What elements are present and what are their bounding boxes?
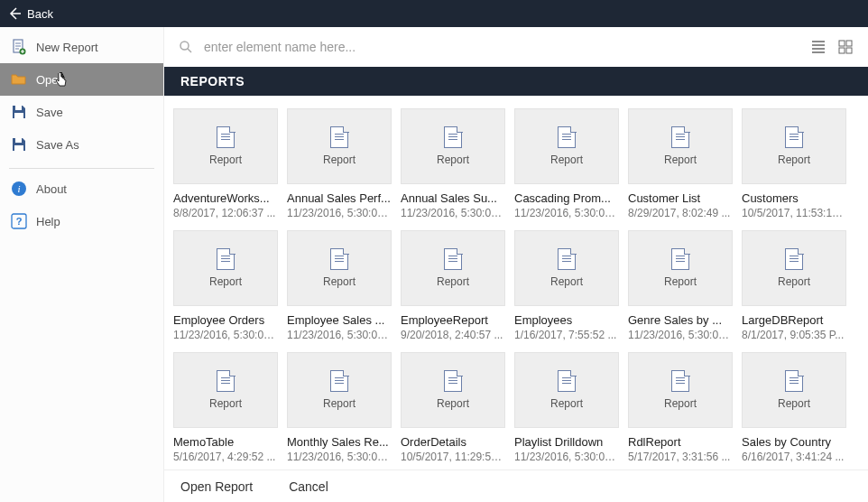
open-report-button[interactable]: Open Report xyxy=(180,479,253,494)
report-thumbnail[interactable]: Report xyxy=(628,230,733,306)
sidebar-item-help[interactable]: ? Help xyxy=(0,205,163,237)
svg-rect-12 xyxy=(846,41,852,46)
report-card[interactable]: Report Monthly Sales Re... 11/23/2016, 5… xyxy=(287,352,392,463)
sidebar-item-label: Save As xyxy=(36,138,79,152)
report-thumbnail[interactable]: Report xyxy=(742,352,846,428)
search-icon xyxy=(179,40,193,54)
report-card[interactable]: Report Customer List 8/29/2017, 8:02:49 … xyxy=(628,108,733,219)
report-type-label: Report xyxy=(209,397,242,410)
search-bar xyxy=(164,27,868,67)
document-icon-lines xyxy=(221,256,230,263)
report-date: 11/23/2016, 5:30:00... xyxy=(514,207,619,219)
back-button[interactable]: Back xyxy=(27,7,53,21)
report-name: Employee Sales ... xyxy=(287,313,392,327)
reports-grid: Report AdventureWorks... 8/8/2017, 12:06… xyxy=(173,108,868,463)
back-arrow-icon[interactable] xyxy=(7,6,22,21)
report-type-label: Report xyxy=(209,275,242,288)
report-thumbnail[interactable]: Report xyxy=(401,352,505,428)
report-thumbnail[interactable]: Report xyxy=(401,108,505,184)
search-input[interactable] xyxy=(204,40,810,54)
report-date: 11/23/2016, 5:30:00... xyxy=(287,451,392,463)
report-date: 5/16/2017, 4:29:52 ... xyxy=(173,451,278,463)
report-type-label: Report xyxy=(664,153,697,166)
report-date: 5/17/2017, 3:31:56 ... xyxy=(628,451,733,463)
sidebar-item-save[interactable]: Save xyxy=(0,96,163,128)
folder-open-icon xyxy=(11,71,27,88)
report-card[interactable]: Report Playlist Drilldown 11/23/2016, 5:… xyxy=(514,352,619,463)
report-thumbnail[interactable]: Report xyxy=(173,230,278,306)
report-thumbnail[interactable]: Report xyxy=(287,230,392,306)
report-thumbnail[interactable]: Report xyxy=(628,352,733,428)
report-name: Customer List xyxy=(628,191,733,205)
report-card[interactable]: Report RdlReport 5/17/2017, 3:31:56 ... xyxy=(628,352,733,463)
grid-view-toggle[interactable] xyxy=(837,39,854,55)
report-type-label: Report xyxy=(437,397,469,410)
report-name: Employees xyxy=(514,313,619,327)
report-card[interactable]: Report Sales by Country 6/16/2017, 3:41:… xyxy=(742,352,846,463)
svg-rect-2 xyxy=(15,106,22,110)
report-type-label: Report xyxy=(550,275,583,288)
document-icon-lines xyxy=(448,256,457,263)
svg-point-10 xyxy=(180,42,189,50)
report-card[interactable]: Report Employee Orders 11/23/2016, 5:30:… xyxy=(173,230,278,341)
cancel-button[interactable]: Cancel xyxy=(289,479,328,494)
document-icon-lines xyxy=(790,256,799,263)
sidebar-item-new-report[interactable]: New Report xyxy=(0,31,163,63)
document-icon-lines xyxy=(676,256,685,263)
report-thumbnail[interactable]: Report xyxy=(514,108,619,184)
report-card[interactable]: Report Employee Sales ... 11/23/2016, 5:… xyxy=(287,230,392,341)
report-thumbnail[interactable]: Report xyxy=(628,108,733,184)
report-thumbnail[interactable]: Report xyxy=(742,230,846,306)
svg-rect-3 xyxy=(14,113,23,118)
sidebar-item-label: Save xyxy=(36,106,63,119)
save-icon xyxy=(11,104,27,120)
report-name: Monthly Sales Re... xyxy=(287,435,392,449)
report-card[interactable]: Report LargeDBReport 8/1/2017, 9:05:35 P… xyxy=(742,230,846,341)
document-icon-lines xyxy=(790,134,799,141)
report-name: AdventureWorks... xyxy=(173,191,278,205)
report-thumbnail[interactable]: Report xyxy=(742,108,846,184)
report-thumbnail[interactable]: Report xyxy=(514,230,619,306)
report-thumbnail[interactable]: Report xyxy=(401,230,505,306)
report-card[interactable]: Report Annual Sales Perf... 11/23/2016, … xyxy=(287,108,392,219)
report-thumbnail[interactable]: Report xyxy=(287,108,392,184)
report-date: 10/5/2017, 11:53:19... xyxy=(742,207,846,219)
report-name: MemoTable xyxy=(173,435,278,449)
report-date: 11/23/2016, 5:30:00... xyxy=(173,329,278,341)
report-name: Annual Sales Perf... xyxy=(287,191,392,205)
report-card[interactable]: Report Customers 10/5/2017, 11:53:19... xyxy=(742,108,846,219)
document-icon-lines xyxy=(448,134,457,141)
svg-rect-4 xyxy=(15,138,22,143)
report-type-label: Report xyxy=(323,397,356,410)
report-name: Sales by Country xyxy=(742,435,846,449)
sidebar-item-label: About xyxy=(36,182,67,196)
document-icon-lines xyxy=(221,377,230,385)
report-card[interactable]: Report AdventureWorks... 8/8/2017, 12:06… xyxy=(173,108,278,219)
report-name: Genre Sales by ... xyxy=(628,313,733,327)
report-name: LargeDBReport xyxy=(742,313,846,327)
document-icon-lines xyxy=(676,377,685,385)
report-thumbnail[interactable]: Report xyxy=(173,352,278,428)
report-card[interactable]: Report Genre Sales by ... 11/23/2016, 5:… xyxy=(628,230,733,341)
report-card[interactable]: Report OrderDetails 10/5/2017, 11:29:57.… xyxy=(401,352,505,463)
report-type-label: Report xyxy=(550,153,583,166)
report-thumbnail[interactable]: Report xyxy=(173,108,278,184)
report-card[interactable]: Report Employees 1/16/2017, 7:55:52 ... xyxy=(514,230,619,341)
sidebar-item-save-as[interactable]: Save As xyxy=(0,128,163,161)
svg-rect-11 xyxy=(839,41,845,46)
document-icon-lines xyxy=(790,377,799,385)
sidebar-item-about[interactable]: i About xyxy=(0,172,163,205)
sidebar-item-open[interactable]: Open xyxy=(0,63,163,96)
report-card[interactable]: Report Annual Sales Su... 11/23/2016, 5:… xyxy=(401,108,505,219)
report-card[interactable]: Report EmployeeReport 9/20/2018, 2:40:57… xyxy=(401,230,505,341)
report-thumbnail[interactable]: Report xyxy=(514,352,619,428)
report-thumbnail[interactable]: Report xyxy=(287,352,392,428)
list-view-toggle[interactable] xyxy=(810,39,826,55)
report-date: 10/5/2017, 11:29:57... xyxy=(401,451,505,463)
report-type-label: Report xyxy=(550,397,583,410)
reports-scroll-area[interactable]: Report AdventureWorks... 8/8/2017, 12:06… xyxy=(164,96,868,469)
report-card[interactable]: Report MemoTable 5/16/2017, 4:29:52 ... xyxy=(173,352,278,463)
report-card[interactable]: Report Cascading Prom... 11/23/2016, 5:3… xyxy=(514,108,619,219)
document-icon-lines xyxy=(562,134,571,141)
report-date: 8/1/2017, 9:05:35 P... xyxy=(742,329,846,341)
